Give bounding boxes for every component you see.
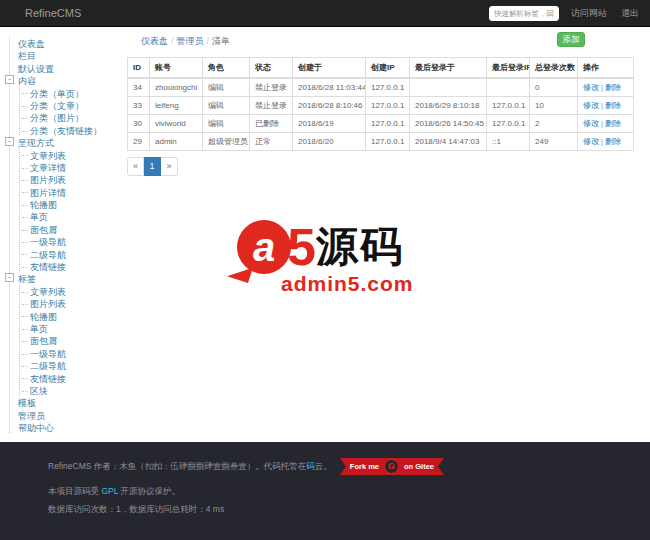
footer-author-text-end: 。 (323, 461, 332, 473)
sidebar-item: 标签 (10, 271, 125, 283)
delete-link[interactable]: 删除 (605, 83, 621, 92)
table-cell: 127.0.0.1 (366, 114, 410, 132)
edit-link[interactable]: 修改 (583, 137, 599, 146)
delete-link[interactable]: 删除 (605, 119, 621, 128)
table-actions-cell: 修改|删除 (578, 132, 634, 150)
table-cell: 编辑 (203, 114, 250, 132)
table-cell: 249 (530, 132, 578, 150)
table-header-cell: 最后登录IP (487, 58, 530, 78)
sidebar-item: 默认设置 (10, 61, 125, 73)
brand-logo[interactable]: RefineCMS (25, 0, 81, 27)
sidebar-subitem-link[interactable]: 单页 (30, 212, 48, 222)
sidebar-subitem-link[interactable]: 图片列表 (30, 175, 66, 185)
sidebar-item-link[interactable]: 呈现方式 (18, 138, 54, 148)
sidebar-subitem: 一级导航 (20, 234, 125, 246)
action-separator: | (601, 83, 603, 92)
sidebar-subtree: 文章列表文章详情图片列表图片详情轮播图单页面包屑一级导航二级导航友情链接 (19, 148, 125, 272)
sidebar-subitem: 文章列表 (20, 148, 125, 160)
sidebar-subitem: 面包屑 (20, 222, 125, 234)
sidebar-tree: 仪表盘栏目默认设置内容分类（单页）分类（文章）分类（图片）分类（友情链接）呈现方… (9, 36, 125, 433)
sidebar-subitem-link[interactable]: 分类（图片） (30, 113, 84, 123)
table-header-cell: 总登录次数 (530, 58, 578, 78)
sidebar-subitem: 二级导航 (20, 358, 125, 370)
add-button[interactable]: 添加 (557, 32, 585, 47)
table-cell: 禁止登录 (250, 78, 293, 97)
sidebar-item-link[interactable]: 标签 (18, 274, 36, 284)
logout-link[interactable]: 退出 (621, 0, 639, 27)
sidebar-subitem: 友情链接 (20, 259, 125, 271)
table-actions-cell: 修改|删除 (578, 78, 634, 97)
gpl-link[interactable]: GPL (101, 486, 118, 496)
footer-license-text: 本项目源码受 (48, 486, 101, 496)
delete-link[interactable]: 删除 (605, 137, 621, 146)
edit-link[interactable]: 修改 (583, 83, 599, 92)
sidebar-subitem: 区块 (20, 383, 125, 395)
sidebar-item-link[interactable]: 帮助中心 (18, 423, 54, 433)
table-cell: 正常 (250, 132, 293, 150)
collapse-icon[interactable] (5, 137, 14, 146)
top-navbar: RefineCMS 访问网站 退出 (0, 0, 650, 27)
fork-me-on-gitee-badge[interactable]: Fork me G on Gitee (340, 458, 444, 475)
sidebar-subitem: 文章列表 (20, 284, 125, 296)
sidebar-item: 帮助中心 (10, 420, 125, 432)
visit-site-link[interactable]: 访问网站 (571, 0, 607, 27)
table-cell: 2018/6/28 8:10:46 (293, 96, 366, 114)
collapse-icon[interactable] (5, 273, 14, 282)
table-cell: 2018/6/26 14:50:45 (410, 114, 487, 132)
sidebar-subitem-link[interactable]: 图片列表 (30, 299, 66, 309)
edit-link[interactable]: 修改 (583, 101, 599, 110)
table-row: 30viviworld编辑已删除2018/6/19127.0.0.12018/6… (128, 114, 634, 132)
table-cell: 2018/6/29 8:10:18 (410, 96, 487, 114)
action-separator: | (601, 137, 603, 146)
pagination-next[interactable]: » (161, 157, 178, 176)
table-cell: 禁止登录 (250, 96, 293, 114)
table-cell: 127.0.0.1 (487, 114, 530, 132)
badge-fork-me-label: Fork me (350, 462, 379, 471)
pagination-prev[interactable]: « (127, 157, 144, 176)
pagination: «1» (127, 157, 178, 176)
table-actions-cell: 修改|删除 (578, 96, 634, 114)
sidebar-item: 仪表盘 (10, 36, 125, 48)
watermark-logo: a 5 源码 (237, 220, 414, 274)
table-cell: 2 (530, 114, 578, 132)
a5-admin5-watermark: a 5 源码 admin5.com (237, 220, 414, 296)
sidebar-item: 管理员 (10, 408, 125, 420)
sidebar-subitem-link[interactable]: 一级导航 (30, 237, 66, 247)
sidebar-subitem-link[interactable]: 二级导航 (30, 361, 66, 371)
pagination-page[interactable]: 1 (144, 157, 161, 176)
table-header-cell: 账号 (150, 58, 203, 78)
breadcrumb-dashboard[interactable]: 仪表盘 (141, 36, 168, 46)
table-header-cell: 创建IP (366, 58, 410, 78)
a5-circle-icon: a (237, 220, 291, 274)
breadcrumb-separator: / (171, 36, 174, 46)
sidebar-subitem: 单页 (20, 321, 125, 333)
table-cell: 2018/6/19 (293, 114, 366, 132)
breadcrumb: 仪表盘/管理员/清单 (141, 35, 230, 48)
quick-tag-search-input[interactable] (489, 6, 559, 21)
gitee-link[interactable]: 码云 (306, 461, 323, 473)
action-separator: | (601, 101, 603, 110)
sidebar-subitem-link[interactable]: 面包屑 (30, 336, 57, 346)
table-cell: 29 (128, 132, 150, 150)
collapse-icon[interactable] (5, 75, 14, 84)
breadcrumb-admin[interactable]: 管理员 (177, 36, 204, 46)
edit-link[interactable]: 修改 (583, 119, 599, 128)
admin-accounts-table: ID账号角色状态创建于创建IP最后登录于最后登录IP总登录次数操作 34zhou… (127, 57, 634, 151)
sidebar-subitem: 一级导航 (20, 346, 125, 358)
sidebar-subitem: 轮播图 (20, 309, 125, 321)
table-cell: 2018/6/20 (293, 132, 366, 150)
table-cell: 0 (530, 78, 578, 97)
table-header-cell: 操作 (578, 58, 634, 78)
sidebar-subitem: 二级导航 (20, 247, 125, 259)
table-cell: viviworld (150, 114, 203, 132)
sidebar-item-link[interactable]: 内容 (18, 76, 36, 86)
table-header-cell: 状态 (250, 58, 293, 78)
delete-link[interactable]: 删除 (605, 101, 621, 110)
sidebar-subitem: 文章详情 (20, 160, 125, 172)
breadcrumb-current: 清单 (212, 36, 230, 46)
table-cell: 127.0.0.1 (487, 96, 530, 114)
table-cell: 33 (128, 96, 150, 114)
table-cell: 127.0.0.1 (366, 132, 410, 150)
sidebar-subitem: 友情链接 (20, 371, 125, 383)
table-cell: zhouxingchi (150, 78, 203, 97)
